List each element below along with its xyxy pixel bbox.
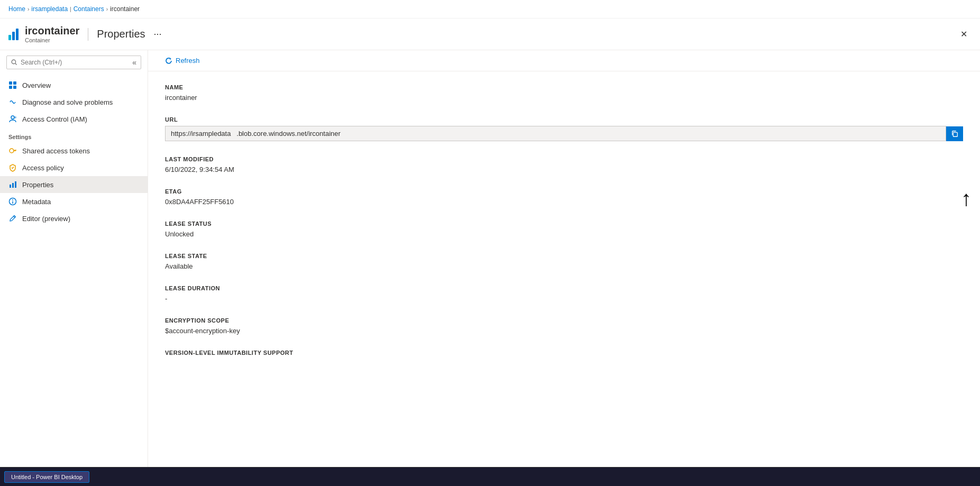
- content-toolbar: Refresh: [148, 50, 980, 71]
- search-icon: [11, 59, 17, 66]
- refresh-button[interactable]: Refresh: [161, 54, 204, 67]
- svg-rect-14: [953, 132, 957, 136]
- copy-icon: [951, 130, 958, 137]
- svg-point-0: [12, 60, 16, 64]
- url-copy-button[interactable]: [946, 126, 963, 141]
- field-name: NAME ircontainer: [165, 84, 963, 102]
- name-label: NAME: [165, 84, 963, 90]
- field-version-immutability: VERSION-LEVEL IMMUTABILITY SUPPORT: [165, 350, 963, 356]
- sidebar-item-overview[interactable]: Overview: [0, 77, 148, 94]
- taskbar-item-powerbi[interactable]: Untitled - Power BI Desktop: [4, 471, 89, 483]
- sidebar-item-properties-label: Properties: [22, 181, 53, 189]
- sidebar-nav: Overview Diagnose and solve problems: [0, 75, 148, 229]
- refresh-icon: [165, 57, 172, 65]
- page-header: ircontainer Container Properties ··· ✕: [0, 19, 980, 50]
- lease-state-value: Available: [165, 262, 963, 270]
- sidebar-item-editor-label: Editor (preview): [22, 215, 70, 223]
- field-url: URL: [165, 116, 963, 141]
- breadcrumb-current: ircontainer: [110, 5, 140, 13]
- url-input[interactable]: [165, 126, 946, 141]
- sidebar: « Overview: [0, 50, 148, 486]
- sidebar-item-shared-access-label: Shared access tokens: [22, 147, 90, 155]
- field-lease-duration: LEASE DURATION -: [165, 285, 963, 302]
- svg-rect-2: [9, 81, 12, 85]
- sidebar-search-area: «: [0, 50, 148, 75]
- settings-section-title: Settings: [0, 127, 148, 142]
- etag-value: 0x8DA4AFF25FF5610: [165, 198, 963, 206]
- header-more-button[interactable]: ···: [154, 29, 162, 40]
- name-value: ircontainer: [165, 94, 963, 102]
- lease-status-label: LEASE STATUS: [165, 221, 963, 227]
- sidebar-item-diagnose[interactable]: Diagnose and solve problems: [0, 94, 148, 111]
- properties-icon: [8, 180, 17, 189]
- policy-icon: [8, 163, 17, 172]
- diagnose-icon: [8, 98, 17, 106]
- content-area: Refresh NAME ircontainer URL: [148, 50, 980, 486]
- svg-line-12: [14, 216, 15, 218]
- header-divider: [88, 28, 88, 41]
- svg-marker-13: [170, 58, 171, 60]
- svg-line-1: [15, 63, 17, 65]
- sidebar-item-shared-access-tokens[interactable]: Shared access tokens: [0, 142, 148, 159]
- lease-duration-label: LEASE DURATION: [165, 285, 963, 291]
- page-title: ircontainer: [25, 25, 79, 37]
- svg-rect-3: [13, 81, 16, 85]
- lease-duration-value: -: [165, 295, 963, 302]
- taskbar: Untitled - Power BI Desktop: [0, 467, 980, 486]
- breadcrumb: Home › irsampledata | Containers › ircon…: [0, 0, 980, 19]
- field-lease-status: LEASE STATUS Unlocked: [165, 221, 963, 238]
- field-encryption-scope: ENCRYPTION SCOPE $account-encryption-key: [165, 317, 963, 335]
- sidebar-item-metadata-label: Metadata: [22, 198, 51, 206]
- edit-icon: [8, 214, 17, 223]
- url-label: URL: [165, 116, 963, 123]
- main-layout: « Overview: [0, 50, 980, 486]
- sidebar-item-diagnose-label: Diagnose and solve problems: [22, 98, 113, 106]
- svg-point-6: [11, 116, 14, 119]
- field-last-modified: LAST MODIFIED 6/10/2022, 9:34:54 AM: [165, 156, 963, 173]
- page-wrapper: « Overview: [0, 50, 980, 486]
- lease-state-label: LEASE STATE: [165, 253, 963, 259]
- field-etag: ETAG 0x8DA4AFF25FF5610: [165, 188, 963, 206]
- overview-icon: [8, 81, 17, 89]
- app-icon: [8, 29, 19, 40]
- encryption-scope-label: ENCRYPTION SCOPE: [165, 317, 963, 324]
- key-icon: [8, 146, 17, 155]
- field-lease-state: LEASE STATE Available: [165, 253, 963, 270]
- sidebar-item-iam-label: Access Control (IAM): [22, 115, 87, 123]
- sidebar-item-editor[interactable]: Editor (preview): [0, 210, 148, 227]
- encryption-scope-value: $account-encryption-key: [165, 327, 963, 335]
- last-modified-value: 6/10/2022, 9:34:54 AM: [165, 166, 963, 173]
- header-section: Properties: [97, 28, 145, 40]
- sidebar-item-properties[interactable]: Properties: [0, 176, 148, 193]
- sidebar-item-iam[interactable]: Access Control (IAM): [0, 111, 148, 127]
- lease-status-value: Unlocked: [165, 230, 963, 238]
- iam-icon: [8, 115, 17, 123]
- close-button[interactable]: ✕: [956, 27, 972, 41]
- svg-rect-4: [9, 86, 12, 89]
- sidebar-item-overview-label: Overview: [22, 81, 51, 89]
- collapse-button[interactable]: «: [132, 58, 136, 67]
- info-icon: [8, 197, 17, 206]
- header-text: ircontainer Container: [25, 25, 79, 43]
- svg-rect-5: [13, 86, 16, 89]
- last-modified-label: LAST MODIFIED: [165, 156, 963, 162]
- search-box[interactable]: «: [6, 56, 141, 69]
- refresh-label: Refresh: [176, 57, 200, 65]
- breadcrumb-irsampledata[interactable]: irsampledata: [31, 5, 68, 13]
- page-subtitle: Container: [25, 37, 79, 43]
- url-container: [165, 126, 963, 141]
- search-input[interactable]: [21, 59, 125, 66]
- svg-point-10: [12, 199, 13, 200]
- version-immutability-label: VERSION-LEVEL IMMUTABILITY SUPPORT: [165, 350, 963, 356]
- svg-point-7: [14, 116, 16, 118]
- content-body: NAME ircontainer URL: [148, 71, 980, 383]
- sidebar-item-access-policy[interactable]: Access policy: [0, 159, 148, 176]
- etag-label: ETAG: [165, 188, 963, 195]
- sidebar-item-metadata[interactable]: Metadata: [0, 193, 148, 210]
- sidebar-item-access-policy-label: Access policy: [22, 164, 64, 172]
- svg-point-8: [10, 149, 14, 153]
- breadcrumb-containers[interactable]: Containers: [74, 5, 104, 13]
- breadcrumb-home[interactable]: Home: [8, 5, 25, 13]
